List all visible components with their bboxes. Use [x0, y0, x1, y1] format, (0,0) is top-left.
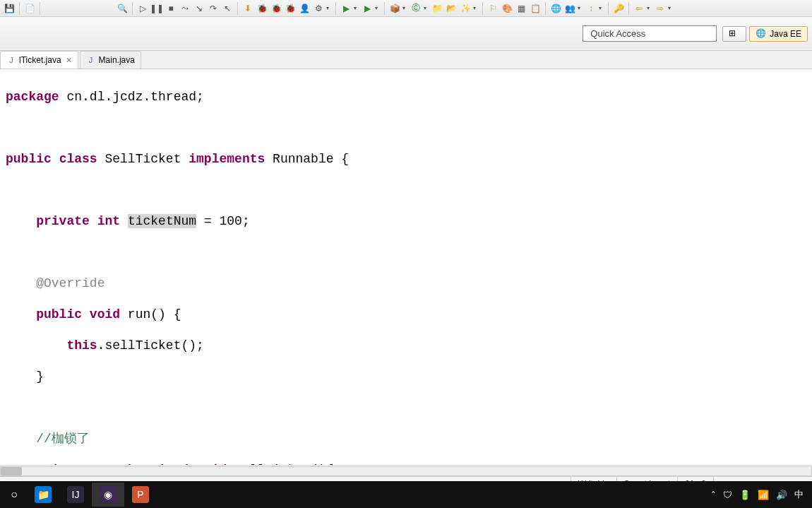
h-scrollbar-thumb[interactable]: [1, 467, 22, 475]
debug-pause-icon[interactable]: ❚❚: [150, 2, 163, 15]
h-scrollbar-track[interactable]: [0, 466, 812, 476]
forward-icon[interactable]: ⇨: [654, 2, 667, 15]
battery-icon[interactable]: 🔋: [739, 490, 751, 500]
open-folder-icon[interactable]: 📂: [445, 2, 458, 15]
new-class-icon[interactable]: Ⓒ: [410, 2, 422, 15]
bug-icon[interactable]: 🐞: [256, 2, 268, 15]
start-button[interactable]: ○: [1, 483, 27, 507]
shield-icon[interactable]: 🛡: [723, 490, 732, 500]
sep: [132, 2, 133, 15]
person2-icon[interactable]: 👥: [563, 2, 576, 15]
java-file-icon: J: [86, 55, 96, 65]
folder-icon: 📁: [35, 486, 52, 503]
taskbar: ○ 📁 IJ ◉ P ˄ 🛡 🔋 📶 🔊 中: [0, 481, 812, 508]
build-icon[interactable]: ⬇: [241, 2, 254, 15]
calendar-icon[interactable]: 📋: [529, 2, 542, 15]
run-ext-icon[interactable]: ▶: [361, 2, 374, 15]
ime-indicator[interactable]: 中: [794, 488, 804, 501]
tab-label: lTicket.java: [19, 55, 61, 65]
task-powerpoint[interactable]: P: [124, 483, 157, 507]
task-intellij[interactable]: IJ: [59, 483, 92, 507]
sep: [628, 2, 629, 15]
editor-tabs: J lTicket.java ✕ J Main.java: [0, 51, 812, 69]
document-icon[interactable]: 📄: [23, 2, 36, 15]
search-icon[interactable]: 🔍: [116, 2, 129, 15]
step-over-icon[interactable]: ↷: [207, 2, 220, 15]
debug-resume-icon[interactable]: ▷: [136, 2, 149, 15]
wifi-icon[interactable]: 📶: [758, 490, 769, 500]
sep: [545, 2, 546, 15]
person-icon[interactable]: 👤: [298, 2, 311, 15]
perspective-javaee-button[interactable]: 🌐 Java EE: [749, 26, 808, 42]
debug-stop-icon[interactable]: ■: [165, 2, 177, 15]
task-explorer[interactable]: 📁: [27, 483, 59, 507]
perspective-label: Java EE: [770, 29, 801, 39]
ppt-icon: P: [132, 486, 149, 503]
javaee-icon: 🌐: [756, 28, 767, 40]
grid-icon[interactable]: ▦: [515, 2, 527, 15]
sep: [335, 2, 336, 15]
task-eclipse[interactable]: ◉: [92, 483, 124, 507]
sep: [384, 2, 385, 15]
debug-icon[interactable]: 🐞: [270, 2, 282, 15]
back-icon[interactable]: ⇦: [633, 2, 645, 15]
open-perspective-button[interactable]: ⊞: [722, 26, 746, 42]
nav-icon[interactable]: ↕: [585, 2, 597, 15]
step-into-icon[interactable]: ↘: [193, 2, 205, 15]
new-package-icon[interactable]: 📦: [388, 2, 401, 15]
tray-up-icon[interactable]: ˄: [711, 490, 716, 500]
eclipse-icon: ◉: [100, 486, 117, 503]
save-icon[interactable]: 💾: [3, 2, 16, 15]
gear-icon[interactable]: ⚙: [312, 2, 325, 15]
wand-icon[interactable]: ✨: [459, 2, 472, 15]
sep: [482, 2, 483, 15]
sep: [40, 2, 40, 15]
toolbar-row: 💾 📄 🔍 ▷ ❚❚ ■ ⤳ ↘ ↷ ↖ ⬇ 🐞 🐞 🐞 👤 ⚙▾ ▶▾ ▶▾ …: [0, 0, 812, 17]
h-scrollbar[interactable]: [0, 465, 812, 476]
code-editor[interactable]: package cn.dl.jcdz.thread; public class …: [0, 69, 812, 465]
perspective-bar: ⊞ 🌐 Java EE: [0, 17, 812, 51]
debug-disconnect-icon[interactable]: ⤳: [179, 2, 191, 15]
new-folder-icon[interactable]: 📁: [431, 2, 443, 15]
system-tray: ˄ 🛡 🔋 📶 🔊 中: [711, 488, 811, 501]
volume-icon[interactable]: 🔊: [776, 490, 787, 500]
globe-icon[interactable]: 🌐: [549, 2, 562, 15]
sep: [237, 2, 238, 15]
tab-sellticket[interactable]: J lTicket.java ✕: [0, 51, 78, 69]
sep: [608, 2, 609, 15]
open-perspective-icon: ⊞: [729, 28, 740, 40]
palette-icon[interactable]: 🎨: [501, 2, 513, 15]
flag-icon[interactable]: ⚐: [486, 2, 499, 15]
key-icon[interactable]: 🔑: [612, 2, 625, 15]
sep: [19, 2, 20, 15]
intellij-icon: IJ: [67, 486, 84, 503]
tab-main[interactable]: J Main.java: [80, 51, 141, 69]
close-tab-icon[interactable]: ✕: [66, 56, 72, 65]
quick-access-input[interactable]: [583, 25, 717, 42]
run-icon[interactable]: ▶: [340, 2, 352, 15]
java-file-icon: J: [6, 55, 16, 65]
tab-label: Main.java: [99, 55, 135, 65]
beetle-icon[interactable]: 🐞: [284, 2, 297, 15]
step-return-icon[interactable]: ↖: [221, 2, 234, 15]
